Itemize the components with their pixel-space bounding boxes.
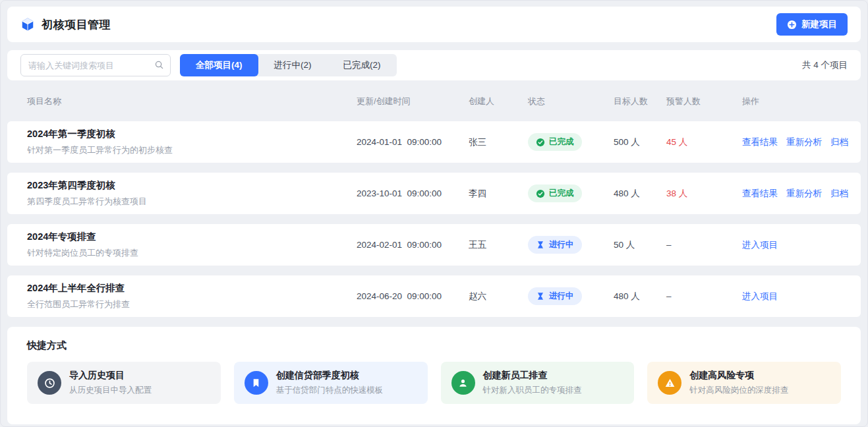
project-creator: 赵六 [469,291,528,302]
col-project-name: 项目名称 [27,96,357,107]
search-input[interactable] [20,54,171,76]
action-archive[interactable]: 归档 [830,136,848,148]
tab-completed[interactable]: 已完成(2) [328,54,397,76]
shortcut-title: 创建新员工排查 [483,370,582,382]
tab-in-progress[interactable]: 进行中(2) [258,54,328,76]
check-circle-icon [536,138,545,147]
status-label: 已完成 [549,136,574,148]
warning-count: 45 人 [666,136,742,148]
tab-all-projects[interactable]: 全部项目(4) [180,54,258,76]
status-badge: 进行中 [528,236,582,254]
project-name: 2024年第一季度初核 [27,128,357,140]
table-row: 2023年第四季度初核 第四季度员工异常行为核查项目 2023-10-01 09… [7,173,861,214]
shortcut-desc: 基于信贷部门特点的快速模板 [276,385,384,396]
shortcut-desc: 从历史项目中导入配置 [69,385,152,396]
hourglass-icon [536,241,545,250]
col-target-count: 目标人数 [614,96,666,107]
project-count: 共 4 个项目 [802,59,848,71]
col-creator: 创建人 [469,96,528,107]
status-label: 进行中 [549,291,574,302]
project-creator: 王五 [469,239,528,251]
action-reanalyze[interactable]: 重新分析 [786,188,822,200]
project-desc: 针对特定岗位员工的专项排查 [27,247,357,259]
col-actions: 操作 [742,96,848,107]
hourglass-icon [536,292,545,301]
target-count: 50 人 [614,239,666,251]
new-project-button[interactable]: 新建项目 [776,13,848,36]
action-view-results[interactable]: 查看结果 [742,136,778,148]
shortcut-title: 创建信贷部季度初核 [276,370,384,382]
shortcuts-title: 快捷方式 [27,339,841,352]
project-desc: 针对第一季度员工异常行为的初步核查 [27,144,357,156]
bookmark-icon [245,371,268,395]
toolbar: 全部项目(4) 进行中(2) 已完成(2) 共 4 个项目 [7,50,861,80]
page-title: 初核项目管理 [42,17,111,32]
shortcut-credit-dept-review[interactable]: 创建信贷部季度初核 基于信贷部门特点的快速模板 [234,362,428,404]
action-enter-project[interactable]: 进入项目 [742,239,778,251]
shortcut-high-risk-special[interactable]: 创建高风险专项 针对高风险岗位的深度排查 [647,362,841,404]
plus-circle-icon [787,20,797,30]
search-icon[interactable] [154,60,164,70]
status-badge: 进行中 [528,287,582,305]
status-badge: 已完成 [528,133,582,151]
shortcut-desc: 针对高风险岗位的深度排查 [689,385,788,396]
warning-count: – [666,240,742,250]
shortcut-title: 导入历史项目 [69,370,152,382]
project-name: 2023年第四季度初核 [27,179,357,192]
col-status: 状态 [528,96,614,107]
shortcut-new-employee-check[interactable]: 创建新员工排查 针对新入职员工的专项排查 [441,362,635,404]
table-header: 项目名称 更新/创建时间 创建人 状态 目标人数 预警人数 操作 [7,87,861,116]
shortcut-desc: 针对新入职员工的专项排查 [483,385,582,396]
table-row: 2024年上半年全行排查 全行范围员工异常行为排查 2024-06-20 09:… [7,275,861,317]
col-warning-count: 预警人数 [666,96,742,107]
shortcuts-section: 快捷方式 导入历史项目 从历史项目中导入配置 创建信贷部季度初核 基于信贷部门特… [7,327,861,424]
col-update-time: 更新/创建时间 [357,96,469,107]
status-badge: 已完成 [528,185,582,202]
action-view-results[interactable]: 查看结果 [742,188,778,200]
filter-tabs: 全部项目(4) 进行中(2) 已完成(2) [180,54,397,76]
project-desc: 第四季度员工异常行为核查项目 [27,196,357,208]
project-name: 2024年上半年全行排查 [27,282,357,295]
project-name: 2024年专项排查 [27,231,357,243]
warning-count: 38 人 [666,188,742,200]
shortcut-title: 创建高风险专项 [689,370,788,382]
project-desc: 全行范围员工异常行为排查 [27,299,357,310]
warning-icon [658,371,681,395]
new-project-label: 新建项目 [801,18,837,30]
status-label: 进行中 [549,239,574,250]
project-time: 2024-06-20 09:00:00 [357,291,469,301]
user-icon [451,371,475,395]
clock-icon [38,371,61,395]
project-time: 2024-01-01 09:00:00 [357,137,469,147]
target-count: 500 人 [614,136,666,148]
action-archive[interactable]: 归档 [830,188,848,200]
project-creator: 李四 [469,188,528,200]
cube-icon [20,17,35,32]
check-circle-icon [536,189,545,198]
target-count: 480 人 [614,188,666,200]
warning-count: – [666,291,742,301]
status-label: 已完成 [549,188,574,199]
shortcut-import-history[interactable]: 导入历史项目 从历史项目中导入配置 [27,362,221,404]
target-count: 480 人 [614,291,666,302]
table-row: 2024年专项排查 针对特定岗位员工的专项排查 2024-02-01 09:00… [7,224,861,266]
project-time: 2023-10-01 09:00:00 [357,188,469,198]
search-box [20,54,171,76]
action-enter-project[interactable]: 进入项目 [742,291,778,302]
project-creator: 张三 [469,136,528,148]
table-row: 2024年第一季度初核 针对第一季度员工异常行为的初步核查 2024-01-01… [7,121,861,163]
page-header: 初核项目管理 新建项目 [7,7,861,42]
project-time: 2024-02-01 09:00:00 [357,240,469,250]
action-reanalyze[interactable]: 重新分析 [786,136,822,148]
